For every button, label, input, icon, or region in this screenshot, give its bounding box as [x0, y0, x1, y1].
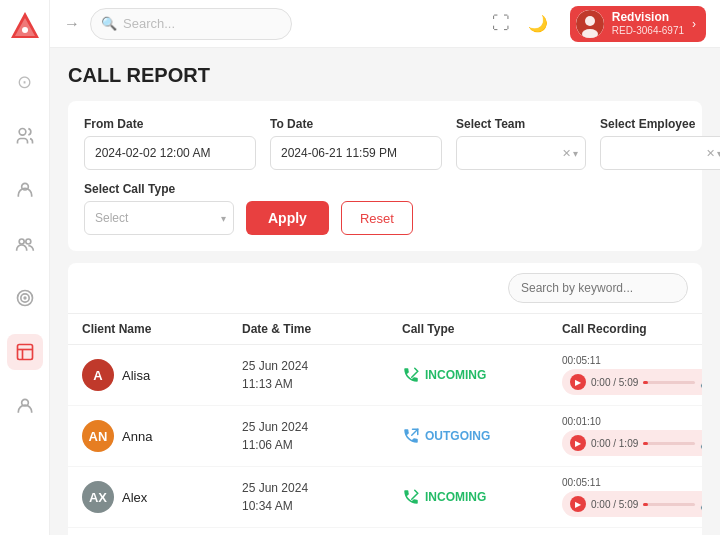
client-cell-0: A Alisa — [82, 359, 242, 391]
audio-time-0: 0:00 / 5:09 — [591, 377, 638, 388]
select-team-label: Select Team — [456, 117, 586, 131]
call-type-group: Select Call Type Select ▾ — [84, 182, 234, 235]
client-name-1: Anna — [122, 429, 152, 444]
app-logo[interactable] — [9, 10, 41, 42]
play-button-1[interactable]: ▶ — [570, 435, 586, 451]
user-id: RED-3064-6971 — [612, 25, 684, 37]
recording-cell-0: 00:05:11 ▶ 0:00 / 5:09 🔊 ⋮ — [562, 355, 702, 395]
svg-point-15 — [585, 16, 595, 26]
sidebar-item-team[interactable] — [7, 226, 43, 262]
calltype-cell-1: OUTGOING — [402, 427, 562, 445]
reset-button[interactable]: Reset — [341, 201, 413, 235]
col-datetime: Date & Time — [242, 322, 402, 336]
to-date-input[interactable] — [270, 136, 442, 170]
page-title: CALL REPORT — [68, 64, 702, 87]
audio-progress-bar-1[interactable] — [643, 442, 695, 445]
svg-rect-10 — [17, 345, 32, 360]
col-client: Client Name — [82, 322, 242, 336]
select-employee-label: Select Employee — [600, 117, 720, 131]
client-cell-1: AN Anna — [82, 420, 242, 452]
user-name: Redvision — [612, 10, 684, 24]
table-row: AX Alex 25 Jun 202410:34 AM INCOMING 00:… — [68, 467, 702, 528]
search-input[interactable]: Search... — [123, 16, 281, 31]
audio-progress-fill-2 — [643, 503, 648, 506]
table-row: A Alisa 25 Jun 202411:13 AM INCOMING 00:… — [68, 345, 702, 406]
topbar: → 🔍 Search... ⛶ 🌙 Redvision RED-3064-697… — [50, 0, 720, 48]
sidebar-item-profile[interactable] — [7, 388, 43, 424]
audio-progress-fill-0 — [643, 381, 648, 384]
content-area: CALL REPORT From Date To Date Select Tea… — [50, 48, 720, 535]
audio-time-2: 0:00 / 5:09 — [591, 499, 638, 510]
client-cell-2: AX Alex — [82, 481, 242, 513]
results-table: Client Name Date & Time Call Type Call R… — [68, 263, 702, 535]
datetime-cell-1: 25 Jun 202411:06 AM — [242, 418, 402, 454]
volume-icon-0[interactable]: 🔊 — [700, 375, 702, 389]
filter-row-1: From Date To Date Select Team — [84, 117, 686, 170]
table-header: Client Name Date & Time Call Type Call R… — [68, 313, 702, 345]
select-employee-input[interactable] — [600, 136, 720, 170]
back-arrow-icon[interactable]: → — [64, 15, 80, 33]
to-date-group: To Date — [270, 117, 442, 170]
col-calltype: Call Type — [402, 322, 562, 336]
col-recording: Call Recording — [562, 322, 688, 336]
audio-player-1: ▶ 0:00 / 1:09 🔊 ⋮ — [562, 430, 702, 456]
avatar-1: AN — [82, 420, 114, 452]
sidebar-item-target[interactable] — [7, 280, 43, 316]
from-date-label: From Date — [84, 117, 256, 131]
recording-cell-2: 00:05:11 ▶ 0:00 / 5:09 🔊 ⋮ — [562, 477, 702, 517]
svg-point-9 — [24, 297, 26, 299]
play-button-2[interactable]: ▶ — [570, 496, 586, 512]
play-button-0[interactable]: ▶ — [570, 374, 586, 390]
recording-cell-1: 00:01:10 ▶ 0:00 / 1:09 🔊 ⋮ — [562, 416, 702, 456]
expand-icon[interactable]: ⛶ — [492, 13, 510, 34]
audio-player-2: ▶ 0:00 / 5:09 🔊 ⋮ — [562, 491, 702, 517]
avatar — [576, 10, 604, 38]
main-area: → 🔍 Search... ⛶ 🌙 Redvision RED-3064-697… — [50, 0, 720, 535]
select-team-group: Select Team ✕ ▾ — [456, 117, 586, 170]
to-date-label: To Date — [270, 117, 442, 131]
audio-duration-1: 00:01:10 — [562, 416, 702, 427]
sidebar-item-users[interactable] — [7, 118, 43, 154]
keyword-search-input[interactable] — [508, 273, 688, 303]
user-menu[interactable]: Redvision RED-3064-6971 › — [570, 6, 706, 42]
table-row: AN Anna 25 Jun 202411:06 AM OUTGOING 00:… — [68, 406, 702, 467]
user-chevron-icon: › — [692, 17, 696, 31]
search-box[interactable]: 🔍 Search... — [90, 8, 292, 40]
calltype-cell-2: INCOMING — [402, 488, 562, 506]
call-type-select[interactable]: Select — [84, 201, 234, 235]
from-date-group: From Date — [84, 117, 256, 170]
sidebar-item-report[interactable] — [7, 334, 43, 370]
datetime-cell-0: 25 Jun 202411:13 AM — [242, 357, 402, 393]
audio-progress-bar-2[interactable] — [643, 503, 695, 506]
svg-point-6 — [25, 239, 30, 244]
client-name-0: Alisa — [122, 368, 150, 383]
theme-toggle-icon[interactable]: 🌙 — [528, 14, 548, 33]
volume-icon-1[interactable]: 🔊 — [700, 436, 702, 450]
select-team-input[interactable] — [456, 136, 586, 170]
audio-progress-bar-0[interactable] — [643, 381, 695, 384]
svg-point-5 — [19, 239, 24, 244]
apply-button[interactable]: Apply — [246, 201, 329, 235]
audio-duration-0: 00:05:11 — [562, 355, 702, 366]
search-icon: 🔍 — [101, 16, 117, 31]
svg-point-3 — [19, 129, 26, 136]
audio-player-0: ▶ 0:00 / 5:09 🔊 ⋮ — [562, 369, 702, 395]
avatar-2: AX — [82, 481, 114, 513]
call-type-label: Select Call Type — [84, 182, 234, 196]
volume-icon-2[interactable]: 🔊 — [700, 497, 702, 511]
avatar-0: A — [82, 359, 114, 391]
filter-row-2: Select Call Type Select ▾ Apply Reset — [84, 182, 686, 235]
audio-time-1: 0:00 / 1:09 — [591, 438, 638, 449]
svg-point-2 — [22, 27, 28, 33]
client-name-2: Alex — [122, 490, 147, 505]
from-date-input[interactable] — [84, 136, 256, 170]
sidebar-item-person[interactable] — [7, 172, 43, 208]
filter-card: From Date To Date Select Team — [68, 101, 702, 251]
audio-duration-2: 00:05:11 — [562, 477, 702, 488]
calltype-cell-0: INCOMING — [402, 366, 562, 384]
datetime-cell-2: 25 Jun 202410:34 AM — [242, 479, 402, 515]
table-row: GD George D. 25 Jun 202410:32 AM OUTGOIN… — [68, 528, 702, 535]
sidebar-item-dashboard[interactable]: ⊙ — [7, 64, 43, 100]
sidebar: ⊙ — [0, 0, 50, 535]
select-employee-group: Select Employee ✕ ▾ — [600, 117, 720, 170]
